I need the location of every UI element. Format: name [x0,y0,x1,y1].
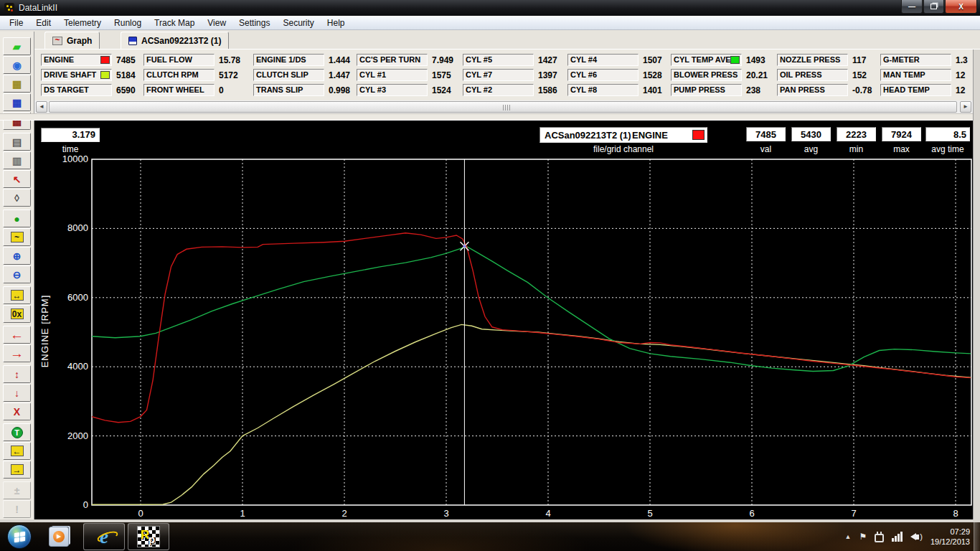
hidden-icons-chevron[interactable]: ▲ [845,533,852,540]
media-player-taskbar-button[interactable]: ▶ [49,527,69,547]
power-plug-icon[interactable] [875,534,884,542]
channel-box-ds-target[interactable]: DS TARGET [41,84,112,96]
channel-box-man-temp[interactable]: MAN TEMP [880,69,951,81]
menu-item-security[interactable]: Security [276,16,320,30]
telemetry-globe-button[interactable]: ◉ [3,56,31,74]
channel-ball-button[interactable]: ● [3,209,31,227]
channel-box-nozzle-press[interactable]: NOZZLE PRESS [777,54,848,66]
marker-down-button[interactable]: ↓ [3,384,31,402]
channel-box-cc-s-per-turn[interactable]: CC'S PER TURN [357,54,428,66]
channel-box-fuel-flow[interactable]: FUEL FLOW [143,54,215,66]
minimize-button[interactable]: — [901,0,923,14]
channel-box-drive-shaft[interactable]: DRIVE SHAFT [41,69,112,81]
taskbar-clock[interactable]: 07:29 19/12/2013 [930,527,970,547]
channel-box-pump-press[interactable]: PUMP PRESS [671,84,742,96]
channel-box-oil-press[interactable]: OIL PRESS [777,69,848,81]
ytick-4000: 4000 [34,361,88,372]
menu-item-track-map[interactable]: Track Map [148,16,201,30]
save-file-button[interactable]: ▦ [3,93,31,111]
channel-box-cyl-1[interactable]: CYL #1 [357,69,428,81]
network-signal-icon[interactable] [892,532,903,542]
shift-left-button[interactable]: ← [3,442,31,460]
title-bar: DataLinkII — X [0,0,980,16]
marker-updown-button[interactable]: ↕ [3,365,31,383]
menu-item-telemetry[interactable]: Telemetry [57,16,108,30]
eraser-button[interactable]: ◊ [3,189,31,207]
volume-icon[interactable]: ) [910,532,923,541]
select-region-icon: ↖ [13,174,22,185]
menu-bar: FileEditTelemetryRunlogTrack MapViewSett… [0,16,980,30]
grid-scrollbar[interactable]: ◄ ► [34,100,973,113]
shift-right-button[interactable]: → [3,461,31,479]
tab-runfile[interactable]: ACSan092213T2 (1) [121,32,229,49]
timer-button[interactable]: T [3,423,31,441]
pan-graph-button[interactable]: ↔ [3,286,31,304]
marker-delete-button[interactable]: X [3,402,31,420]
menu-item-help[interactable]: Help [321,16,352,30]
stat-val-box: 7485 [746,127,786,141]
plot-area[interactable] [34,121,973,519]
channel-label: CYL #7 [463,70,533,80]
menu-item-settings[interactable]: Settings [232,16,276,30]
window-right-border [973,50,980,519]
channel-box-cyl-3[interactable]: CYL #3 [357,84,428,96]
show-desktop-button[interactable] [974,522,980,551]
menu-item-view[interactable]: View [201,16,232,30]
scroll-right-arrow-icon[interactable]: ► [960,101,971,113]
channel-box-engine-1-ds[interactable]: ENGINE 1/DS [253,54,324,66]
cursor-time-box[interactable]: 3.179 [41,128,100,142]
new-file-button[interactable]: ▰ [3,37,31,55]
time-axis-caption: time [41,144,100,154]
menu-item-file[interactable]: File [3,16,29,30]
channel-box-cyl-6[interactable]: CYL #6 [567,69,639,81]
zoom-out-button[interactable]: ⊖ [3,265,31,283]
channel-box-cyl-8[interactable]: CYL #8 [567,84,639,96]
scroll-left-arrow-icon[interactable]: ◄ [36,101,47,113]
channel-box-clutch-slip[interactable]: CLUTCH SLIP [253,69,324,81]
channel-box-clutch-rpm[interactable]: CLUTCH RPM [143,69,215,81]
channel-box-pan-press[interactable]: PAN PRESS [777,84,848,96]
print-button[interactable]: ▤ [3,133,31,151]
tab-graph[interactable]: ~ Graph [44,32,100,49]
marker-down-icon: ↓ [14,387,19,399]
channel-box-blower-press[interactable]: BLOWER PRESS [671,69,742,81]
action-center-flag-icon[interactable]: ⚑ [859,532,867,542]
internet-explorer-taskbar-button[interactable]: e [83,523,125,550]
menu-item-runlog[interactable]: Runlog [108,16,148,30]
channel-box-g-meter[interactable]: G-METER [880,54,951,66]
channel-value: 117 [852,55,866,65]
open-file-button[interactable]: ▦ [3,75,31,93]
next-run-button[interactable]: → [3,344,31,362]
select-region-button[interactable]: ↖ [3,170,31,188]
channel-box-trans-slip[interactable]: TRANS SLIP [253,84,324,96]
xtick-4: 4 [537,508,559,519]
channel-box-engine[interactable]: ENGINE [41,54,112,66]
restore-button[interactable] [923,0,944,14]
channel-label: MAN TEMP [881,70,951,80]
copy-button[interactable]: ▥ [3,151,31,169]
channel-box-cyl-2[interactable]: CYL #2 [463,84,534,96]
channel-box-head-temp[interactable]: HEAD TEMP [880,84,951,96]
channel-value: 6590 [116,85,136,95]
zoom-in-button[interactable]: ⊕ [3,247,31,265]
close-button[interactable]: X [945,0,977,14]
app-icon [4,3,14,13]
channel-value: 1507 [643,55,662,65]
file-grid-channel-box[interactable]: ACSan092213T2 (1) ENGINE [540,127,707,143]
channel-box-cyl-5[interactable]: CYL #5 [463,54,534,66]
graph-waves-button[interactable]: ~ [3,228,31,246]
channel-box-cyl-temp-ave[interactable]: CYL TEMP AVE [671,54,742,66]
channel-value: 1427 [538,55,557,65]
prev-run-button[interactable]: ← [3,326,31,344]
channel-value: 1575 [432,70,451,80]
zero-x-scale-button[interactable]: 0x [3,305,31,323]
menu-item-edit[interactable]: Edit [29,16,57,30]
datalink-taskbar-button[interactable]: Rp [128,523,169,550]
channel-box-cyl-4[interactable]: CYL #4 [567,54,639,66]
channel-box-cyl-7[interactable]: CYL #7 [463,69,534,81]
channel-box-front-wheel[interactable]: FRONT WHEEL [143,84,215,96]
tab-bar: ~ Graph ACSan092213T2 (1) [0,30,980,50]
scrollbar-thumb[interactable] [49,101,957,113]
start-button[interactable] [7,524,32,549]
new-file-icon: ▰ [13,41,21,52]
